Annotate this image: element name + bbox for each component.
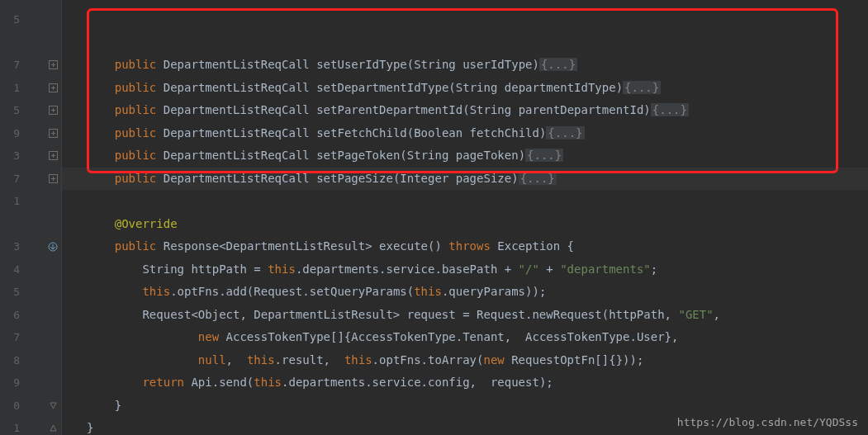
- gutter: 5 7 1 5 9 3 7 1 3 4 5 6 7 8 9 0 1: [0, 0, 62, 435]
- fold-expand-icon[interactable]: [48, 99, 58, 122]
- code-content[interactable]: public DepartmentListReqCall setUserIdTy…: [62, 0, 868, 435]
- fold-expand-icon[interactable]: [48, 54, 58, 77]
- line-number: 6: [0, 304, 25, 327]
- line-number: 7: [0, 168, 25, 191]
- line-number: 3: [0, 144, 25, 168]
- line-number: 5: [0, 99, 25, 122]
- code-editor[interactable]: 5 7 1 5 9 3 7 1 3 4 5 6 7 8 9 0 1: [0, 0, 868, 435]
- line-number: 8: [0, 349, 25, 372]
- line-number: 1: [0, 190, 25, 213]
- line-number: 7: [0, 326, 25, 349]
- keyword-public: public: [115, 58, 157, 71]
- fold-collapse-icon[interactable]: [48, 395, 58, 418]
- folded-block[interactable]: {...}: [623, 81, 661, 94]
- folded-block[interactable]: {...}: [519, 172, 557, 185]
- line-number: [0, 31, 25, 54]
- line-number: 5: [0, 281, 25, 304]
- fold-markers: [48, 8, 58, 435]
- folded-block[interactable]: {...}: [651, 103, 689, 116]
- folded-block[interactable]: {...}: [539, 58, 577, 71]
- fold-expand-icon[interactable]: [48, 144, 58, 168]
- watermark-text: https://blog.csdn.net/YQDSss: [677, 416, 858, 428]
- override-gutter-icon[interactable]: [48, 235, 58, 258]
- folded-block[interactable]: {...}: [546, 126, 584, 139]
- line-number: 1: [0, 77, 25, 100]
- fold-expand-icon[interactable]: [48, 122, 58, 145]
- line-number: 5: [0, 8, 25, 31]
- folded-block[interactable]: {...}: [525, 149, 563, 162]
- line-number: 9: [0, 371, 25, 395]
- annotation-override: @Override: [115, 217, 178, 230]
- line-numbers: 5 7 1 5 9 3 7 1 3 4 5 6 7 8 9 0 1: [0, 0, 25, 435]
- fold-expand-icon[interactable]: [48, 77, 58, 100]
- line-number: 3: [0, 235, 25, 258]
- line-number: 1: [0, 417, 25, 435]
- line-number: 4: [0, 258, 25, 281]
- fold-collapse-icon[interactable]: [48, 417, 58, 435]
- line-number: 9: [0, 122, 25, 145]
- line-number: 7: [0, 54, 25, 77]
- fold-expand-icon[interactable]: [48, 168, 58, 191]
- line-number: [0, 213, 25, 236]
- line-number: 0: [0, 395, 25, 418]
